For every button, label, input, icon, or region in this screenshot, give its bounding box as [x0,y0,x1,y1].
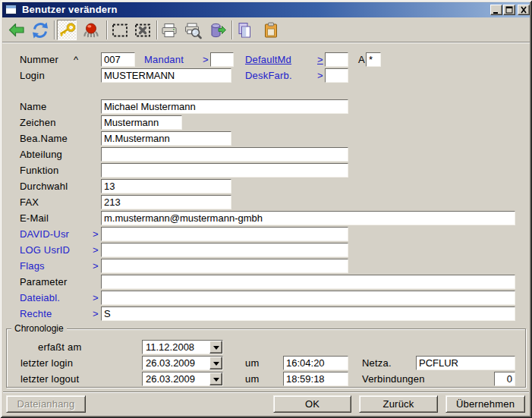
copy-icon [235,21,253,39]
flags-input[interactable] [101,259,348,273]
key-button[interactable] [57,20,77,40]
dateianhang-button: Dateianhang [6,395,86,413]
titlebar[interactable]: Benutzer verändern [2,2,530,17]
toolbar [2,17,530,42]
davidusr-input[interactable] [101,227,348,241]
email-label: E-Mail [20,212,49,224]
erfasst-am-date-combo[interactable]: 11.12.2008 [142,340,223,354]
ok-button[interactable]: OK [273,395,351,413]
mandant-input[interactable] [210,52,234,67]
davidusr-arrow[interactable]: > [93,228,99,240]
dialog-window: Benutzer verändern [0,0,532,418]
login-input[interactable] [101,68,231,83]
zeichen-input[interactable] [101,115,182,130]
dateiabl-link[interactable]: Dateiabl. [20,292,60,303]
mandant-link[interactable]: Mandant [144,54,184,65]
database-export-icon [209,21,227,39]
deskfarb-arrow[interactable]: > [317,70,323,81]
bug-icon [82,21,100,39]
print-icon [160,21,178,39]
deskfarb-link[interactable]: DeskFarb. [245,70,292,81]
login-time-input[interactable] [283,356,348,370]
print-preview-button[interactable] [183,20,203,40]
maximize-icon [504,5,515,14]
email-input[interactable] [101,211,515,225]
flags-arrow[interactable]: > [93,260,99,272]
uebernehmen-button[interactable]: Übernehmen [445,395,525,413]
letzter-logout-label: letzter logout [20,373,79,385]
bug-button[interactable] [81,20,101,40]
davidusr-link[interactable]: DAVID-Usr [20,228,69,240]
dateiabl-input[interactable] [101,291,515,305]
fax-input[interactable] [101,195,231,209]
back-icon [8,21,26,39]
login-label: Login [20,70,45,81]
abteilung-label: Abteilung [20,149,62,160]
chevron-down-icon[interactable] [209,341,222,354]
selection-button[interactable] [110,20,130,40]
defaultmd-arrow[interactable]: > [317,54,323,65]
parameter-label: Parameter [20,276,68,288]
letzter-login-date-combo[interactable]: 26.03.2009 [142,356,223,370]
netza-label: Netza. [362,357,392,369]
clear-selection-icon [134,21,152,39]
beaname-input[interactable] [101,131,231,146]
name-input[interactable] [101,99,348,114]
defaultmd-input[interactable] [325,52,348,67]
mandant-arrow[interactable]: > [203,54,209,65]
verbindungen-label: Verbindungen [362,373,425,385]
abteilung-input[interactable] [101,147,348,162]
print-button[interactable] [159,20,179,40]
paste-button[interactable] [261,20,281,40]
toolbar-separator [231,20,233,39]
erfasst-am-label: erfaßt am [38,341,81,353]
toolbar-separator [106,20,108,39]
parameter-input[interactable] [101,275,515,289]
flags-link[interactable]: Flags [20,260,45,272]
minimize-button[interactable] [490,5,502,15]
database-export-button[interactable] [208,20,228,40]
netza-input[interactable] [416,356,515,370]
zeichen-label: Zeichen [20,117,56,128]
app-window-icon [5,5,17,14]
chevron-down-icon[interactable] [209,357,222,369]
clear-selection-button[interactable] [133,20,153,40]
print-preview-icon [184,21,202,39]
maximize-button[interactable] [503,5,515,15]
a-input[interactable] [366,52,381,67]
name-label: Name [20,101,46,112]
rechte-arrow[interactable]: > [93,308,99,319]
close-button[interactable] [518,5,530,15]
verbindungen-input[interactable] [494,372,515,386]
a-label: A [358,54,365,65]
minimize-icon [491,5,502,14]
toolbar-divider [2,42,530,43]
nummer-input[interactable] [101,52,135,67]
rechte-link[interactable]: Rechte [20,308,52,319]
logusrid-arrow[interactable]: > [93,244,99,256]
logusrid-input[interactable] [101,243,348,257]
funktion-input[interactable] [101,163,348,178]
durchwahl-input[interactable] [101,179,231,193]
logout-time-input[interactable] [283,372,348,386]
deskfarb-input[interactable] [325,68,348,83]
copy-button[interactable] [235,20,254,40]
letzter-logout-date-combo[interactable]: 26.03.2009 [142,372,223,386]
buttonbar-divider [3,391,529,393]
zurueck-button[interactable]: Zurück [359,395,438,413]
erfasst-am-date-value: 11.12.2008 [146,341,194,353]
logout-um-label: um [245,373,259,385]
fax-label: FAX [20,196,39,208]
back-button[interactable] [7,20,27,40]
logusrid-link[interactable]: LOG UsrID [20,244,70,256]
refresh-button[interactable] [30,20,50,40]
rechte-input[interactable] [101,306,515,321]
letzter-login-date-value: 26.03.2009 [146,357,195,369]
dateiabl-arrow[interactable]: > [93,292,99,303]
sort-indicator[interactable]: ^ [74,54,78,65]
chronologie-title: Chronologie [11,323,67,334]
toolbar-separator [156,20,158,39]
chevron-down-icon[interactable] [209,372,222,385]
toolbar-separator [54,20,55,39]
defaultmd-link[interactable]: DefaultMd [245,54,291,65]
